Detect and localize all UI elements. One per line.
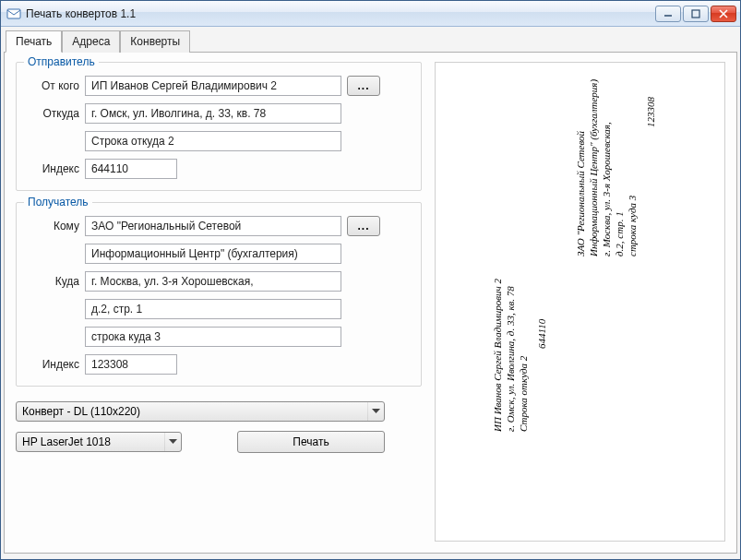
printer-combo-value: HP LaserJet 1018 <box>22 435 164 448</box>
client-area: Печать Адреса Конверты Отправитель От ко… <box>1 27 740 559</box>
sender-select-button[interactable]: ... <box>347 76 380 96</box>
recipient-index-input[interactable] <box>85 354 177 375</box>
sender-addr2-input[interactable] <box>85 131 341 151</box>
recipient-addr3-input[interactable] <box>85 327 341 347</box>
envelope-app-icon <box>6 6 21 21</box>
preview-recipient-line3: г. Москва, ул. 3-я Хорошевская, <box>600 122 614 256</box>
preview-sender-line1: ИП Иванов Сергей Владимирович 2 <box>491 279 505 432</box>
sender-from-label: От кого <box>28 79 79 92</box>
preview-recipient-line1: ЗАО "Региональный Сетевой <box>574 131 588 256</box>
envelope-combo[interactable]: Конверт - DL (110x220) <box>16 401 385 422</box>
bottom-controls: Конверт - DL (110x220) HP LaserJet 1018 <box>16 401 422 453</box>
preview-recipient-line4: д.2, стр. 1 <box>613 211 627 256</box>
tabpage-print: Отправитель От кого ... Откуда <box>4 53 737 554</box>
close-button[interactable] <box>711 6 736 22</box>
sender-group: Отправитель От кого ... Откуда <box>16 62 422 191</box>
tab-print[interactable]: Печать <box>6 30 62 53</box>
window-buttons <box>655 6 736 22</box>
recipient-addr-label: Куда <box>28 275 79 288</box>
minimize-button[interactable] <box>655 6 681 22</box>
recipient-to1-input[interactable] <box>85 216 341 236</box>
recipient-select-button[interactable]: ... <box>347 216 380 236</box>
envelope-preview: ИП Иванов Сергей Владимирович 2 г. Омск,… <box>435 62 725 542</box>
preview-recipient-line5: строка куда 3 <box>626 196 639 256</box>
form-column: Отправитель От кого ... Откуда <box>16 62 422 542</box>
sender-addr-label: Откуда <box>28 107 79 120</box>
recipient-group: Получатель Кому ... Куда <box>16 202 422 387</box>
recipient-addr2-input[interactable] <box>85 299 341 319</box>
preview-recipient-line2: Информационный Центр" (бухгалтерия) <box>587 79 601 256</box>
printer-combo[interactable]: HP LaserJet 1018 <box>16 432 182 452</box>
envelope-combo-value: Конверт - DL (110x220) <box>22 405 367 418</box>
chevron-down-icon <box>164 433 181 451</box>
window-title: Печать конвертов 1.1 <box>26 7 655 20</box>
titlebar: Печать конвертов 1.1 <box>1 1 740 27</box>
sender-index-input[interactable] <box>85 159 177 179</box>
tab-addresses[interactable]: Адреса <box>62 30 120 53</box>
tabstrip: Печать Адреса Конверты <box>4 30 737 53</box>
preview-sender-line2: г. Омск, ул. Иволгина, д. 33, кв. 78 <box>504 286 518 432</box>
svg-rect-0 <box>7 9 20 18</box>
preview-recipient-index: 123308 <box>644 97 658 127</box>
chevron-down-icon <box>367 402 384 421</box>
sender-from-input[interactable] <box>85 76 341 96</box>
app-window: Печать конвертов 1.1 Печать Адреса Конве… <box>0 0 741 560</box>
preview-sender-line3: Строка откуда 2 <box>517 356 531 432</box>
recipient-to-label: Кому <box>28 220 79 232</box>
maximize-button[interactable] <box>683 6 709 22</box>
sender-addr1-input[interactable] <box>85 103 341 124</box>
recipient-legend: Получатель <box>24 196 92 209</box>
sender-legend: Отправитель <box>24 55 99 68</box>
tab-envelopes[interactable]: Конверты <box>120 30 190 53</box>
svg-rect-2 <box>692 10 699 18</box>
preview-sender-index: 644110 <box>535 319 549 349</box>
sender-index-label: Индекс <box>28 162 79 175</box>
recipient-to2-input[interactable] <box>85 244 341 264</box>
recipient-index-label: Индекс <box>28 358 79 371</box>
recipient-addr1-input[interactable] <box>85 271 341 292</box>
print-button[interactable]: Печать <box>237 431 385 453</box>
